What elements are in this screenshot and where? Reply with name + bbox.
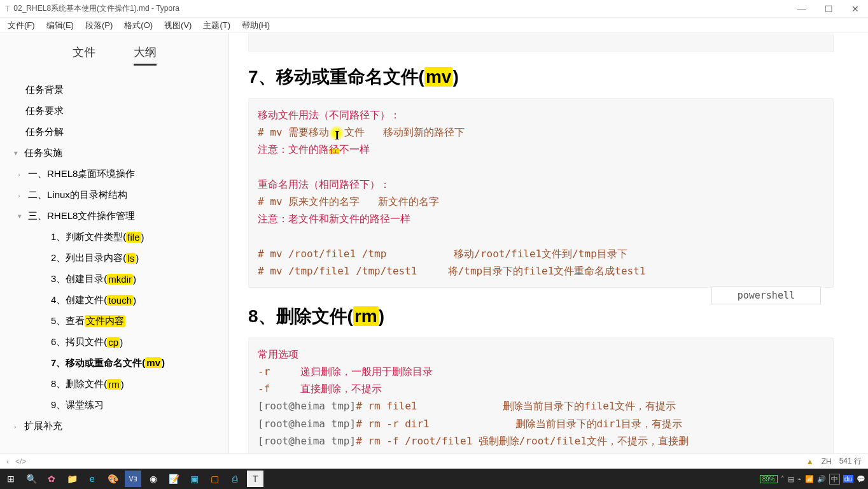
ime-du[interactable]: du (843, 475, 853, 483)
outline-tree: 任务背景任务要求任务分解▾任务实施›一、RHEL8桌面环境操作›二、Linux的… (0, 77, 228, 450)
outline-item[interactable]: 1、判断文件类型(file) (6, 227, 222, 248)
menu-edit[interactable]: 编辑(E) (41, 18, 79, 32)
outline-item[interactable]: ›二、Linux的目录树结构 (6, 185, 222, 206)
explorer-icon[interactable]: 📁 (64, 471, 80, 487)
color-icon[interactable]: ✿ (43, 471, 60, 487)
titlebar: T 02_RHEL8系统基本使用(文件操作1).md - Typora — ☐ … (0, 0, 868, 18)
code-block-rm[interactable]: 常用选项 -r 递归删除，一般用于删除目录 -f 直接删除，不提示 [root@… (248, 337, 834, 453)
ime-zhong[interactable]: 中 (829, 474, 840, 485)
start-button[interactable]: ⊞ (3, 471, 19, 487)
chrome-icon[interactable]: ◉ (145, 471, 162, 487)
source-toggle[interactable]: </> (15, 457, 26, 466)
outline-item[interactable]: 4、创建文件(touch) (6, 290, 222, 311)
edge-icon[interactable]: e (84, 471, 101, 487)
volume-icon[interactable]: 🔊 (817, 475, 826, 483)
battery-indicator: 89% (760, 475, 778, 483)
sidebar: 文件 大纲 任务背景任务要求任务分解▾任务实施›一、RHEL8桌面环境操作›二、… (0, 33, 229, 453)
terminal-icon[interactable]: ▣ (186, 471, 202, 487)
menu-theme[interactable]: 主题(T) (198, 18, 235, 32)
outline-item[interactable]: 任务背景 (6, 80, 222, 101)
outline-item[interactable]: 8、删除文件(rm) (6, 374, 222, 395)
vm-icon[interactable]: ▢ (206, 471, 223, 487)
outline-item[interactable]: 6、拷贝文件(cp) (6, 332, 222, 353)
action-center-icon[interactable]: 💬 (857, 475, 865, 483)
outline-item[interactable]: ▾任务实施 (6, 143, 222, 164)
bluetooth-icon[interactable]: ⌁ (797, 475, 802, 483)
maximize-button[interactable]: ☐ (821, 4, 836, 14)
visio-icon[interactable]: V∃ (125, 471, 141, 487)
capture-icon[interactable]: ⎙ (227, 471, 243, 487)
code-block-mv[interactable]: 移动文件用法（不同路径下）： # mv 需要移动文件 移动到新的路径下 注意：文… (248, 98, 834, 288)
input-lang: ZH (822, 457, 832, 466)
heading-8: 8、删除文件(rm) (248, 304, 834, 329)
system-tray[interactable]: 89% ˄ ▤ ⌁ 📶 🔊 中 du 💬 (760, 474, 865, 485)
network-icon[interactable]: ▤ (788, 475, 794, 483)
code-lang-tag[interactable]: powershell (711, 287, 821, 304)
outline-item[interactable]: 3、创建目录(mkdir) (6, 269, 222, 290)
menu-view[interactable]: 视图(V) (159, 18, 197, 32)
outline-item[interactable]: ▾三、RHEL8文件操作管理 (6, 206, 222, 227)
sidebar-tab-file[interactable]: 文件 (73, 45, 95, 66)
text-cursor-highlight (329, 125, 344, 141)
minimize-button[interactable]: — (794, 4, 809, 14)
outline-item[interactable]: 7、移动或重命名文件(mv) (6, 353, 222, 374)
editor-content[interactable]: 7、移动或重命名文件(mv) 移动文件用法（不同路径下）： # mv 需要移动文… (229, 33, 868, 453)
app-icon: T (5, 4, 10, 13)
line-count: 541 行 (839, 456, 862, 467)
menubar: 文件(F) 编辑(E) 段落(P) 格式(O) 视图(V) 主题(T) 帮助(H… (0, 18, 868, 33)
notepad-icon[interactable]: 📝 (165, 471, 182, 487)
warning-icon[interactable]: ▲ (806, 457, 814, 466)
outline-item[interactable]: 5、查看文件内容 (6, 311, 222, 332)
search-icon[interactable]: 🔍 (23, 471, 39, 487)
outline-item[interactable]: 2、列出目录内容(ls) (6, 248, 222, 269)
outline-item[interactable]: ›一、RHEL8桌面环境操作 (6, 164, 222, 185)
typora-icon[interactable]: T (247, 471, 263, 487)
outline-item[interactable]: 9、课堂练习 (6, 395, 222, 416)
outline-item[interactable]: 任务分解 (6, 122, 222, 143)
tray-arrow-icon[interactable]: ˄ (781, 475, 785, 483)
outline-item[interactable]: 任务要求 (6, 101, 222, 122)
menu-help[interactable]: 帮助(H) (237, 18, 275, 32)
outline-item[interactable]: ›扩展补充 (6, 416, 222, 437)
menu-format[interactable]: 格式(O) (119, 18, 158, 32)
paint-icon[interactable]: 🎨 (104, 471, 121, 487)
heading-7: 7、移动或重命名文件(mv) (248, 65, 834, 89)
back-button[interactable]: ‹ (6, 457, 9, 466)
sidebar-tab-outline[interactable]: 大纲 (134, 45, 157, 66)
wifi-icon[interactable]: 📶 (805, 475, 814, 483)
close-button[interactable]: ✕ (848, 4, 863, 14)
window-title: 02_RHEL8系统基本使用(文件操作1).md - Typora (13, 3, 794, 14)
menu-file[interactable]: 文件(F) (3, 18, 40, 32)
taskbar: ⊞ 🔍 ✿ 📁 e 🎨 V∃ ◉ 📝 ▣ ▢ ⎙ T 89% ˄ ▤ ⌁ 📶 🔊… (0, 469, 868, 489)
menu-paragraph[interactable]: 段落(P) (80, 18, 118, 32)
statusbar: ‹ </> ▲ ZH 541 行 (0, 453, 868, 469)
